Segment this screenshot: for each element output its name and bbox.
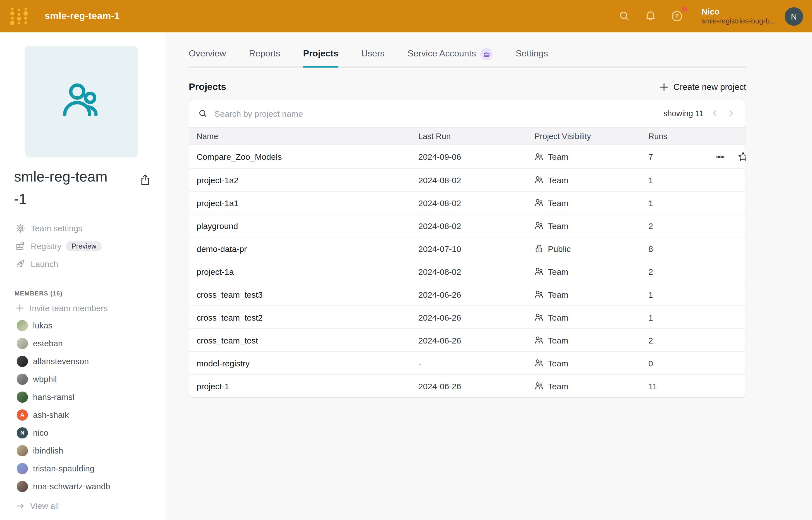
member-avatar	[17, 338, 28, 349]
project-name-cell[interactable]: cross_team_test	[197, 335, 418, 345]
sidebar-link[interactable]: Launch	[0, 255, 165, 273]
invite-team-members-button[interactable]: Invite team members	[0, 300, 165, 316]
member-name: nico	[33, 428, 48, 437]
project-name-cell[interactable]: cross_team_test2	[197, 312, 418, 322]
member-list-item[interactable]: hans-ramsl	[0, 388, 165, 406]
bell-icon[interactable]	[644, 9, 657, 23]
visibility-cell: Team	[534, 175, 648, 185]
table-row[interactable]: project-1 2024-06-26 Team	[189, 374, 745, 397]
plus-icon	[16, 304, 24, 312]
view-all-members-link[interactable]: View all	[0, 497, 165, 515]
user-avatar[interactable]: N	[785, 7, 803, 25]
visibility-cell: Public	[534, 244, 648, 253]
last-run-cell: 2024-06-26	[418, 290, 534, 299]
share-icon[interactable]	[140, 174, 151, 188]
members-header: MEMBERS (16)	[15, 290, 165, 296]
column-header-runs: Runs	[648, 132, 715, 141]
user-block[interactable]: Nico smle-registries-bug-b...	[701, 6, 776, 26]
visibility-label: Team	[548, 358, 568, 368]
project-name-cell[interactable]: project-1	[197, 381, 418, 391]
visibility-label: Team	[548, 198, 568, 208]
tab[interactable]: Projects	[303, 49, 338, 67]
row-menu-icon[interactable]	[715, 152, 726, 162]
tab[interactable]: Overview	[189, 49, 226, 67]
table-row[interactable]: project-1a 2024-08-02 Team	[189, 260, 745, 283]
member-list-item[interactable]: A ash-shaik	[0, 406, 165, 424]
visibility-label: Team	[548, 335, 568, 345]
project-name-cell[interactable]: project-1a	[197, 267, 418, 276]
table-row[interactable]: Compare_Zoo_Models 2024-09-06 Team	[189, 145, 745, 168]
member-list-item[interactable]: esteban	[0, 334, 165, 352]
project-name-cell[interactable]: project-1a2	[197, 175, 418, 185]
app-viewport: smle-reg-team-1 ? Nic	[0, 0, 812, 520]
project-name-cell[interactable]: cross_team_test3	[197, 290, 418, 299]
wandb-logo-icon[interactable]	[9, 7, 28, 26]
table-row[interactable]: cross_team_test2 2024-06-26 Team	[189, 306, 745, 329]
member-list-item[interactable]: noa-schwartz-wandb	[0, 477, 165, 495]
table-row[interactable]: project-1a1 2024-08-02 Team	[189, 191, 745, 214]
notification-dot	[682, 7, 687, 12]
team-people-icon	[534, 313, 543, 322]
navbar-right: ? Nico smle-registries-bug-b... N	[618, 6, 812, 26]
team-name-line1: smle-reg-team	[14, 168, 107, 185]
visibility-cell: Team	[534, 358, 648, 368]
tab[interactable]: Service Accounts	[408, 49, 493, 67]
runs-cell: 7	[648, 152, 715, 161]
logo-dots	[9, 7, 28, 26]
member-avatar	[17, 480, 28, 492]
table-row[interactable]: playground 2024-08-02 Team	[189, 214, 745, 237]
visibility-label: Team	[548, 290, 568, 299]
table-row[interactable]: demo-data-pr 2024-07-10 Public	[189, 237, 745, 260]
tab[interactable]: Settings	[516, 49, 548, 67]
project-name-cell[interactable]: demo-data-pr	[197, 244, 418, 253]
team-title-row: smle-reg-team -1	[14, 165, 151, 210]
chevron-right-icon[interactable]	[727, 109, 735, 117]
team-people-icon	[534, 221, 543, 230]
table-row[interactable]: cross_team_test 2024-06-26 Team	[189, 329, 745, 351]
team-sidebar: smle-reg-team -1	[0, 32, 165, 520]
team-people-icon	[534, 198, 543, 207]
team-avatar	[25, 46, 138, 157]
member-avatar: A	[17, 409, 28, 420]
last-run-cell: 2024-07-10	[418, 244, 534, 253]
member-list-item[interactable]: allanstevenson	[0, 352, 165, 370]
sidebar-link[interactable]: Registry Preview	[0, 237, 165, 255]
section-head: Projects Create new project	[189, 82, 746, 93]
team-people-icon	[534, 175, 543, 184]
project-search-input[interactable]	[213, 108, 663, 119]
member-name: ash-shaik	[33, 410, 69, 419]
visibility-label: Team	[548, 175, 568, 185]
project-name-cell[interactable]: model-registry	[197, 358, 418, 368]
table-row[interactable]: project-1a2 2024-08-02 Team	[189, 168, 745, 191]
last-run-cell: 2024-06-26	[418, 335, 534, 345]
help-icon[interactable]: ?	[670, 9, 684, 23]
sidebar-link-label: Registry	[31, 241, 61, 251]
table-row[interactable]: cross_team_test3 2024-06-26 Team	[189, 283, 745, 306]
chevron-left-icon[interactable]	[711, 109, 719, 117]
visibility-cell: Team	[534, 290, 648, 299]
member-list-item[interactable]: ibindlish	[0, 442, 165, 460]
member-list-item[interactable]: wbphil	[0, 370, 165, 388]
member-name: esteban	[33, 338, 63, 348]
member-list-item[interactable]: tristan-spaulding	[0, 460, 165, 477]
search-icon[interactable]	[618, 9, 631, 23]
visibility-cell: Team	[534, 152, 648, 161]
sidebar-link[interactable]: Team settings	[0, 219, 165, 237]
project-name-cell[interactable]: project-1a1	[197, 198, 418, 208]
team-title: smle-reg-team -1	[14, 165, 137, 210]
sidebar-links: Team settings Registry Preview	[0, 219, 165, 273]
member-avatar	[17, 373, 28, 385]
member-list-item[interactable]: N nico	[0, 424, 165, 442]
project-name-cell[interactable]: Compare_Zoo_Models	[197, 152, 418, 161]
preview-badge: Preview	[66, 241, 102, 251]
crown-badge-icon	[480, 48, 493, 60]
member-name: allanstevenson	[33, 356, 89, 366]
create-new-project-button[interactable]: Create new project	[659, 82, 746, 92]
project-name-cell[interactable]: playground	[197, 221, 418, 230]
tab[interactable]: Users	[361, 49, 385, 67]
tab[interactable]: Reports	[249, 49, 280, 67]
member-list-item[interactable]: lukas	[0, 316, 165, 334]
star-icon[interactable]	[738, 151, 746, 162]
table-row[interactable]: model-registry - Team	[189, 351, 745, 374]
tab-label: Projects	[303, 49, 338, 59]
